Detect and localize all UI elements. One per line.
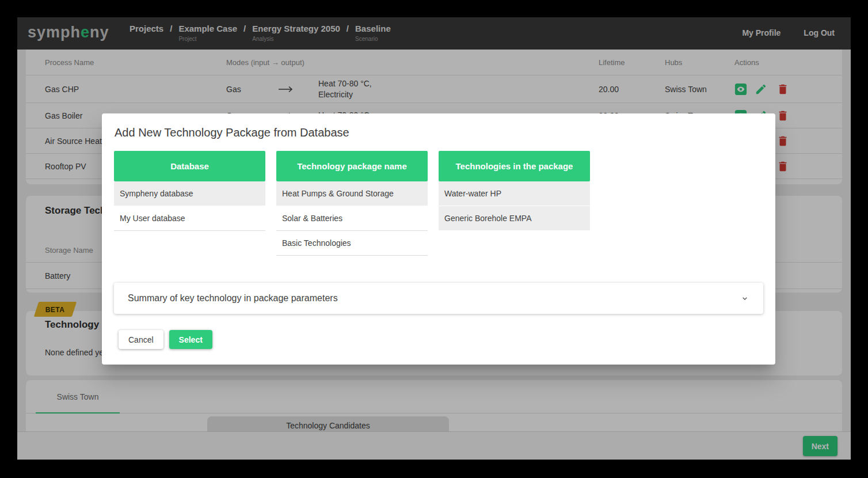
picker-column-header: Database [114, 151, 265, 181]
picker-list-item[interactable]: Water-water HP [439, 181, 590, 206]
chevron-down-icon [740, 294, 749, 303]
picker-column: Technology package nameHeat Pumps & Grou… [276, 151, 428, 256]
picker-column-header: Technology package name [276, 151, 428, 181]
picker-list-item[interactable]: My User database [114, 206, 265, 231]
picker-list-item[interactable]: Basic Technologies [276, 231, 428, 256]
dialog-title: Add New Technology Package from Database [115, 126, 349, 139]
picker-column: DatabaseSympheny databaseMy User databas… [114, 151, 265, 256]
add-technology-package-dialog: Add New Technology Package from Database… [102, 113, 775, 365]
picker-list-item[interactable]: Heat Pumps & Ground Storage [276, 181, 428, 206]
select-button[interactable]: Select [169, 330, 212, 349]
picker-list-item[interactable]: Generic Borehole EMPA [439, 206, 590, 231]
summary-label: Summary of key technology in package par… [128, 293, 338, 304]
picker-column: Technologies in the packageWater-water H… [439, 151, 590, 256]
picker-column-header: Technologies in the package [439, 151, 590, 181]
app-window: sympheny Projects/Example CaseProject/En… [17, 17, 851, 460]
cancel-button[interactable]: Cancel [119, 330, 163, 349]
picker-list-item[interactable]: Solar & Batteries [276, 206, 428, 231]
summary-accordion[interactable]: Summary of key technology in package par… [114, 283, 763, 314]
picker-list-item[interactable]: Sympheny database [114, 181, 265, 206]
